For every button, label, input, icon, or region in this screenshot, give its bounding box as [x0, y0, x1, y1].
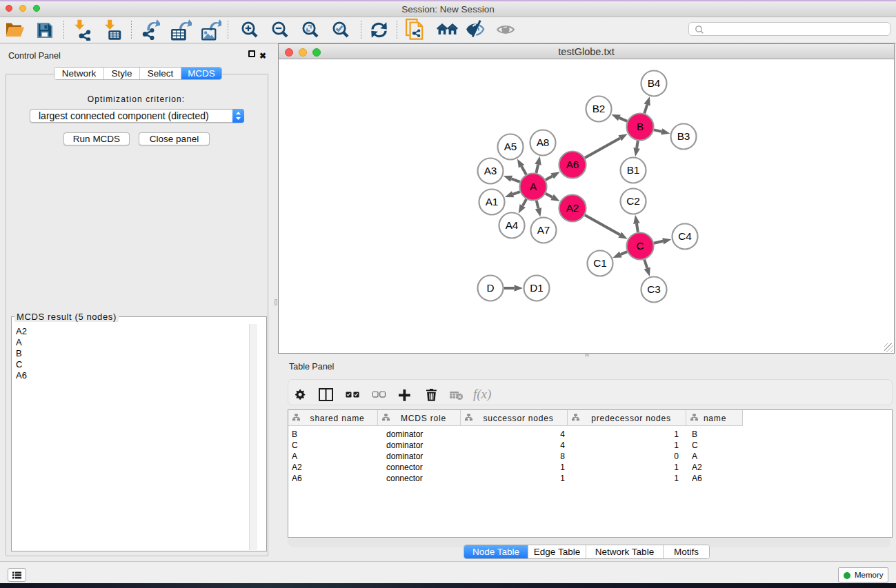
svg-text:C1: C1 — [593, 257, 607, 269]
svg-text:A7: A7 — [537, 224, 550, 236]
svg-text:A8: A8 — [537, 136, 550, 148]
svg-text:C2: C2 — [626, 195, 640, 207]
svg-text:B2: B2 — [593, 103, 606, 114]
svg-text:A6: A6 — [566, 159, 579, 170]
svg-text:B: B — [637, 121, 644, 132]
svg-text:C3: C3 — [647, 283, 661, 295]
svg-text:C: C — [636, 240, 644, 252]
svg-text:A4: A4 — [506, 219, 519, 231]
svg-text:A5: A5 — [504, 141, 517, 152]
svg-text:D1: D1 — [530, 282, 544, 294]
svg-text:D: D — [486, 282, 494, 294]
svg-text:f(x): f(x) — [473, 388, 491, 402]
svg-text:B3: B3 — [677, 130, 690, 142]
svg-text:A3: A3 — [484, 165, 497, 176]
svg-text:A1: A1 — [486, 196, 499, 207]
svg-text:B4: B4 — [648, 77, 661, 89]
svg-text:A: A — [530, 181, 537, 192]
svg-text:C4: C4 — [678, 230, 692, 242]
svg-text:B1: B1 — [627, 164, 640, 176]
svg-text:A2: A2 — [566, 202, 579, 214]
